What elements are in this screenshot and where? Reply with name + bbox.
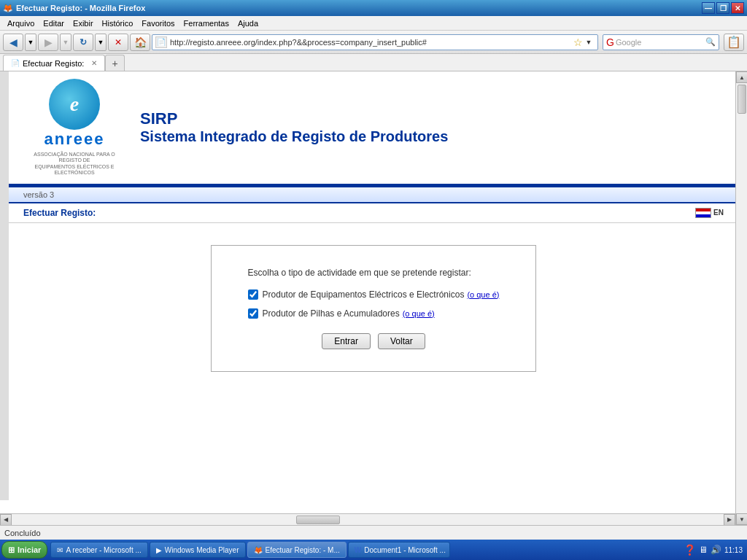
- hscroll-left-button[interactable]: ◀: [0, 514, 12, 526]
- tabs-bar: 📄 Efectuar Registo: ✕ +: [0, 54, 747, 71]
- hscroll-thumb[interactable]: [296, 516, 340, 524]
- search-placeholder: Google: [616, 38, 641, 47]
- scroll-thumb[interactable]: [738, 85, 746, 114]
- refresh-button[interactable]: ↻: [73, 34, 93, 51]
- taskbar-mail-label: A receber - Microsoft ...: [66, 546, 141, 554]
- start-button[interactable]: ⊞ Iniciar: [1, 541, 47, 559]
- version-bar: versão 3: [9, 186, 738, 203]
- search-bar[interactable]: G Google 🔍: [603, 34, 719, 50]
- scroll-down-button[interactable]: ▼: [736, 513, 747, 525]
- logo-full: e anreee ASSOCIAÇÃO NACIONAL PARA O REGI…: [31, 79, 118, 176]
- menu-historico[interactable]: Histórico: [98, 18, 138, 29]
- horizontal-scrollbar[interactable]: ◀ ▶: [0, 513, 735, 525]
- forward-dropdown[interactable]: ▼: [60, 34, 71, 51]
- mediaplayer-icon: ▶: [156, 546, 162, 554]
- tray-question-icon[interactable]: ❓: [684, 544, 696, 556]
- forward-button[interactable]: ▶: [38, 34, 58, 51]
- maximize-button[interactable]: ❐: [716, 2, 729, 14]
- vertical-scrollbar[interactable]: ▲ ▼: [735, 71, 747, 525]
- menu-ferramentas[interactable]: Ferramentas: [179, 18, 233, 29]
- stop-button[interactable]: ✕: [108, 34, 128, 51]
- checkbox-row-2: Produtor de Pilhas e Acumuladores (o que…: [248, 308, 500, 319]
- logo-letter: e: [70, 93, 79, 116]
- word-icon: W: [355, 546, 361, 554]
- menu-arquivo[interactable]: Arquivo: [3, 18, 39, 29]
- form-prompt: Escolha o tipo de actividade em que se p…: [248, 268, 500, 278]
- mail-icon: ✉: [57, 546, 63, 554]
- tab-close-icon[interactable]: ✕: [91, 59, 97, 67]
- taskbar-word-label: Document1 - Microsoft ...: [364, 546, 446, 554]
- taskbar-item-word[interactable]: W Document1 - Microsoft ...: [348, 542, 450, 558]
- page-content: e anreee ASSOCIAÇÃO NACIONAL PARA O REGI…: [0, 71, 747, 500]
- checkbox-electrical-label: Produtor de Equipamentos Eléctricos e El…: [263, 289, 465, 300]
- tab-favicon: 📄: [11, 59, 20, 67]
- menu-exibir[interactable]: Exibir: [69, 18, 98, 29]
- title-bar: 🦊 Efectuar Registo: - Mozilla Firefox — …: [0, 0, 747, 16]
- window-title: Efectuar Registo: - Mozilla Firefox: [16, 4, 145, 12]
- hscroll-right-button[interactable]: ▶: [724, 514, 735, 526]
- logo-circle: e: [49, 79, 100, 130]
- sirp-subtitle: Sistema Integrado de Registo de Produtor…: [140, 128, 448, 145]
- windows-icon: ⊞: [8, 545, 15, 555]
- taskbar-item-mail[interactable]: ✉ A receber - Microsoft ...: [50, 542, 147, 558]
- tab-label: Efectuar Registo:: [23, 59, 84, 68]
- page-icon: 📄: [155, 36, 167, 48]
- lang-label: EN: [713, 209, 724, 217]
- back-dropdown[interactable]: ▼: [25, 34, 36, 51]
- address-bar[interactable]: 📄 http://registo.anreee.org/index.php?&&…: [152, 34, 598, 50]
- start-label: Iniciar: [18, 545, 41, 554]
- form-box: Escolha o tipo de actividade em que se p…: [211, 245, 537, 372]
- minimize-button[interactable]: —: [702, 2, 715, 14]
- taskbar: ⊞ Iniciar ✉ A receber - Microsoft ... ▶ …: [0, 540, 747, 560]
- checkbox-electrical[interactable]: [248, 289, 258, 300]
- extensions-button[interactable]: 📋: [724, 34, 744, 51]
- address-star[interactable]: ☆: [573, 36, 583, 48]
- checkbox-row-1: Produtor de Equipamentos Eléctricos e El…: [248, 289, 500, 300]
- browser-icon: 🦊: [3, 4, 13, 13]
- menu-editar[interactable]: Editar: [39, 18, 69, 29]
- status-bar: Concluído: [0, 525, 747, 540]
- logo-name: anreee: [44, 130, 105, 149]
- back-button[interactable]: ◀: [3, 34, 23, 51]
- active-tab[interactable]: 📄 Efectuar Registo: ✕: [3, 55, 105, 71]
- what-link-1[interactable]: (o que é): [467, 290, 499, 299]
- version-text: versão 3: [23, 190, 54, 199]
- form-buttons: Entrar Voltar: [248, 333, 500, 349]
- taskbar-item-firefox[interactable]: 🦊 Efectuar Registo: - M...: [247, 542, 347, 558]
- taskbar-items: ✉ A receber - Microsoft ... ▶ Windows Me…: [50, 542, 681, 558]
- language-selector[interactable]: EN: [695, 208, 724, 218]
- refresh-dropdown[interactable]: ▼: [95, 34, 107, 51]
- firefox-icon: 🦊: [254, 546, 263, 554]
- new-tab-button[interactable]: +: [105, 55, 124, 71]
- flag-icon: [695, 208, 711, 218]
- address-dropdown[interactable]: ▼: [583, 34, 595, 51]
- checkbox-batteries[interactable]: [248, 308, 258, 319]
- home-button[interactable]: 🏠: [130, 34, 150, 51]
- form-area: Escolha o tipo de actividade em que se p…: [9, 223, 738, 394]
- menu-ajuda[interactable]: Ajuda: [233, 18, 263, 29]
- taskbar-item-mediaplayer[interactable]: ▶ Windows Media Player: [150, 542, 246, 558]
- taskbar-firefox-label: Efectuar Registo: - M...: [266, 546, 340, 554]
- breadcrumb-bar: Efectuar Registo: EN: [9, 203, 738, 223]
- tray-network-icon[interactable]: 🖥: [699, 545, 708, 555]
- breadcrumb: Efectuar Registo:: [23, 208, 96, 218]
- tray-volume-icon[interactable]: 🔊: [711, 545, 721, 555]
- taskbar-tray: ❓ 🖥 🔊 11:13: [681, 544, 746, 556]
- search-button[interactable]: 🔍: [705, 37, 716, 47]
- menu-favoritos[interactable]: Favoritos: [137, 18, 179, 29]
- taskbar-mediaplayer-label: Windows Media Player: [165, 546, 239, 554]
- status-text: Concluído: [4, 529, 41, 537]
- search-engine-icon: G: [606, 36, 614, 48]
- nav-bar: ◀ ▼ ▶ ▼ ↻ ▼ ✕ 🏠 📄 http://registo.anreee.…: [0, 31, 747, 54]
- site-wrapper: e anreee ASSOCIAÇÃO NACIONAL PARA O REGI…: [9, 71, 738, 500]
- enter-button[interactable]: Entrar: [322, 333, 371, 349]
- scroll-up-button[interactable]: ▲: [736, 71, 747, 83]
- back-form-button[interactable]: Voltar: [378, 333, 425, 349]
- what-link-2[interactable]: (o que é): [403, 309, 435, 318]
- checkbox-batteries-label: Produtor de Pilhas e Acumuladores: [263, 308, 400, 319]
- logo-subtext: ASSOCIAÇÃO NACIONAL PARA O REGISTO DEEQU…: [31, 152, 118, 176]
- close-button[interactable]: ✕: [731, 2, 744, 14]
- tray-time: 11:13: [724, 546, 743, 554]
- logo-area: e anreee ASSOCIAÇÃO NACIONAL PARA O REGI…: [23, 79, 125, 176]
- site-header: e anreee ASSOCIAÇÃO NACIONAL PARA O REGI…: [9, 71, 738, 186]
